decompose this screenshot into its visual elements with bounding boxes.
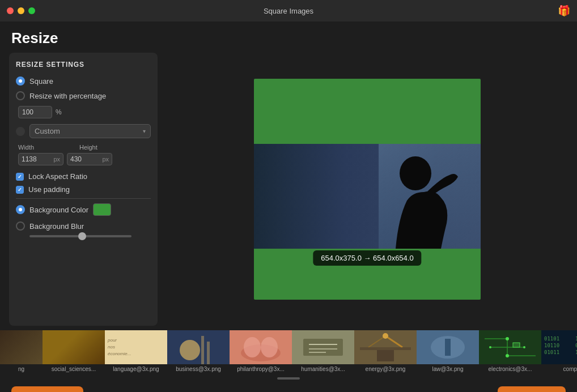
blur-slider-thumb[interactable] [78,232,86,240]
list-item[interactable]: philanthropy@3x... [230,330,292,372]
lock-aspect-checkbox[interactable] [16,173,24,181]
use-padding-row[interactable]: Use padding [16,185,151,194]
thumbnail-label: social_sciences... [49,366,98,372]
square-option-row[interactable]: Square [16,76,151,86]
resize-percentage-radio[interactable] [16,91,25,100]
title-bar: Square Images 🎁 [0,0,577,22]
thumbnail-image: 01101 10110 01011 1010 0101 1100 [541,330,577,364]
custom-dropdown-label: Custom [35,127,60,135]
preview-area: 654.0x375.0 → 654.0x654.0 [158,53,577,326]
background-blur-radio[interactable] [16,221,25,231]
svg-rect-16 [303,339,343,356]
svg-text:économie...: économie... [108,351,131,356]
width-px-unit: px [53,156,60,163]
background-blur-label: Background Blur [29,222,84,231]
use-padding-label: Use padding [28,185,70,194]
list-item[interactable]: law@3x.png [417,330,479,372]
thumbnail-image [417,330,479,364]
traffic-lights[interactable] [7,7,35,14]
thumbnail-image [167,330,230,364]
thumbnail-image: pour nos économie... [105,330,167,364]
thumbnail-label: ng [16,366,27,372]
hum-svg [292,330,354,364]
svg-text:nos: nos [108,344,115,350]
fullscreen-button[interactable] [28,7,35,14]
svg-point-24 [383,333,388,339]
svg-point-35 [506,354,509,357]
main-layout: RESIZE SETTINGS Square Resize with perce… [0,53,577,326]
chevron-down-icon: ▾ [143,128,146,134]
resize-percentage-label: Resize with percentage [29,92,106,100]
thumbnail-image [0,330,43,364]
background-color-radio[interactable] [16,205,25,214]
thumbnail-label: law@3x.png [430,366,465,372]
background-color-row[interactable]: Background Color [16,203,151,216]
width-value: 1138 [22,155,37,163]
svg-point-14 [261,337,278,357]
lang-svg: pour nos économie... [105,330,167,364]
lock-aspect-label: Lock Aspect Ratio [28,172,87,181]
svg-point-8 [180,340,200,360]
preview-caption: 654.0x375.0 → 654.0x654.0 [313,250,421,266]
svg-rect-28 [445,339,451,356]
svg-rect-9 [201,336,204,364]
page-title: Resize [11,29,566,47]
blur-slider-track[interactable] [29,235,131,237]
svg-point-37 [523,346,525,348]
height-px-unit: px [102,156,109,163]
background-color-label: Background Color [29,206,88,214]
list-item[interactable]: pour nos économie... language@3x.png [105,330,167,372]
app-title: Square Images [264,7,313,15]
svg-text:01011: 01011 [544,350,559,355]
svg-text:01101: 01101 [544,336,559,342]
custom-dropdown[interactable]: Custom ▾ [29,124,151,138]
width-input-container[interactable]: 1138 px [18,153,63,165]
custom-row: Custom ▾ [16,124,151,138]
list-item[interactable]: energy@3x.png [354,330,417,372]
divider [16,198,151,199]
svg-rect-21 [377,350,394,361]
minimize-button[interactable] [18,7,24,14]
thumbnail-label: language@3x.png [111,366,161,372]
elec-svg [479,330,541,364]
gift-icon[interactable]: 🎁 [558,5,570,17]
thumbnail-image [230,330,292,364]
thumbnail-image [354,330,417,364]
list-item[interactable]: electronics@3x... [479,330,541,372]
previous-button[interactable]: Previous [11,386,83,393]
svg-rect-38 [513,343,520,347]
wh-inputs: 1138 px 430 px [16,153,151,165]
custom-radio[interactable] [16,127,25,136]
wh-labels: Width Height [16,144,151,151]
background-blur-row[interactable]: Background Blur [16,221,151,231]
height-value: 430 [70,155,82,163]
height-label: Height [79,144,141,151]
use-padding-checkbox[interactable] [16,186,24,194]
sidebar: RESIZE SETTINGS Square Resize with perce… [9,53,158,326]
list-item[interactable]: ng [0,330,43,372]
svg-rect-25 [360,347,411,350]
close-button[interactable] [7,7,14,14]
next-button[interactable]: Next [498,386,566,393]
energy-svg [354,330,417,364]
green-top-bg [254,79,481,144]
svg-rect-10 [207,342,210,364]
lock-aspect-row[interactable]: Lock Aspect Ratio [16,172,151,181]
list-item[interactable]: 01101 10110 01011 1010 0101 1100 comp... [541,330,577,372]
list-item[interactable]: business@3x.png [167,330,230,372]
percentage-unit: % [56,108,62,116]
thumbnail-label: comp... [561,366,577,372]
thumbnails-strip: ng social_sciences... pour nos économie.… [0,326,577,377]
list-item[interactable]: social_sciences... [43,330,105,372]
list-item[interactable]: humanities@3x... [292,330,354,372]
svg-point-34 [506,337,509,340]
percentage-input[interactable] [18,106,52,118]
comp-svg: 01101 10110 01011 1010 0101 1100 [541,330,577,364]
thumbnail-label: humanities@3x... [299,366,347,372]
square-radio[interactable] [16,76,25,86]
preview-image [254,79,481,300]
height-input-container[interactable]: 430 px [67,153,112,165]
resize-percentage-option-row[interactable]: Resize with percentage [16,91,151,100]
phil-svg [230,330,292,364]
color-swatch[interactable] [93,203,111,216]
